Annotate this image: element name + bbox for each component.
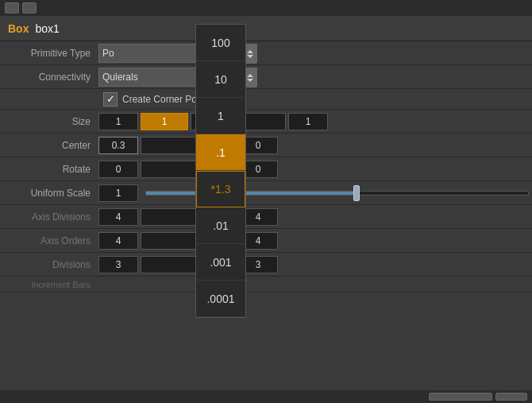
axis-orders-control bbox=[98, 232, 529, 250]
axis-orders-label: Axis Orders bbox=[3, 235, 98, 246]
uniform-scale-row: Uniform Scale bbox=[0, 181, 532, 205]
size-label: Size bbox=[3, 116, 98, 127]
increment-dropdown[interactable]: 100 10 1 .1 *1.3 .01 .001 .0001 bbox=[195, 24, 246, 318]
primitive-type-label: Primitive Type bbox=[3, 48, 98, 59]
primitive-type-value: Po bbox=[102, 48, 114, 59]
title-row: Box box1 bbox=[0, 16, 532, 41]
axis-divisions-input-1[interactable] bbox=[98, 208, 138, 226]
divisions-input-1[interactable] bbox=[98, 256, 138, 273]
arrow-up-icon bbox=[247, 50, 253, 53]
nav-button-2[interactable] bbox=[22, 2, 37, 14]
rotate-control bbox=[98, 161, 529, 178]
increment-bar-label: Increment Bars bbox=[3, 280, 98, 289]
create-corner-points-row: ✓ Create Corner Points bbox=[0, 89, 532, 110]
dropdown-item-point001[interactable]: .001 bbox=[196, 244, 245, 281]
axis-orders-input-1[interactable] bbox=[98, 232, 138, 250]
size-control bbox=[98, 113, 529, 130]
arrow-down-icon bbox=[247, 55, 253, 58]
uniform-scale-control bbox=[98, 184, 529, 202]
increment-bar-row: Increment Bars bbox=[0, 277, 532, 293]
axis-divisions-row: Axis Divisions bbox=[0, 205, 532, 229]
dropdown-item-star13[interactable]: *1.3 bbox=[196, 171, 245, 207]
title-type-label: Box bbox=[8, 22, 29, 35]
size-row: Size bbox=[0, 110, 532, 134]
size-input-2[interactable] bbox=[141, 113, 188, 130]
connectivity-label: Connectivity bbox=[3, 72, 98, 83]
center-row: Center bbox=[0, 134, 532, 157]
arrow-down-icon2 bbox=[247, 79, 253, 82]
uniform-scale-input[interactable] bbox=[98, 184, 138, 202]
size-input-4[interactable] bbox=[288, 113, 328, 130]
connectivity-value: Qu bbox=[102, 72, 115, 83]
arrow-up-icon2 bbox=[247, 74, 253, 77]
uniform-scale-label: Uniform Scale bbox=[3, 188, 98, 199]
nav-button-1[interactable] bbox=[5, 2, 19, 14]
uniform-scale-slider-fill bbox=[146, 192, 357, 195]
connectivity-row: Connectivity Qu lerals bbox=[0, 65, 532, 89]
uniform-scale-slider-thumb[interactable] bbox=[353, 185, 360, 201]
center-label: Center bbox=[3, 140, 98, 151]
bottom-scrollbar-2[interactable] bbox=[495, 393, 527, 401]
dropdown-item-100[interactable]: 100 bbox=[196, 25, 245, 61]
rotate-input-1[interactable] bbox=[98, 161, 138, 178]
title-name-value: box1 bbox=[35, 22, 59, 35]
primitive-type-control: Po bbox=[98, 44, 529, 63]
axis-orders-row: Axis Orders bbox=[0, 229, 532, 253]
dropdown-item-10[interactable]: 10 bbox=[196, 61, 245, 98]
rotate-row: Rotate bbox=[0, 157, 532, 181]
dropdown-item-point01[interactable]: .01 bbox=[196, 207, 245, 244]
top-bar bbox=[0, 0, 532, 16]
axis-divisions-label: Axis Divisions bbox=[3, 211, 98, 223]
dropdown-item-point0001[interactable]: .0001 bbox=[196, 281, 245, 317]
connectivity-suffix: lerals bbox=[115, 72, 138, 83]
bottom-bar bbox=[0, 390, 532, 403]
bottom-scrollbar[interactable] bbox=[429, 393, 492, 401]
size-input-1[interactable] bbox=[98, 113, 138, 130]
divisions-control bbox=[98, 256, 529, 273]
dropdown-item-point1[interactable]: .1 bbox=[196, 134, 245, 171]
axis-divisions-control bbox=[98, 208, 529, 226]
primitive-type-row: Primitive Type Po bbox=[0, 41, 532, 65]
divisions-label: Divisions bbox=[3, 259, 98, 270]
center-control bbox=[98, 137, 529, 154]
create-corner-points-checkbox[interactable]: ✓ bbox=[103, 92, 118, 107]
divisions-row: Divisions bbox=[0, 253, 532, 277]
connectivity-control: Qu lerals bbox=[98, 68, 529, 87]
center-input-1[interactable] bbox=[98, 137, 138, 154]
dropdown-item-1[interactable]: 1 bbox=[196, 98, 245, 134]
rotate-label: Rotate bbox=[3, 164, 98, 175]
